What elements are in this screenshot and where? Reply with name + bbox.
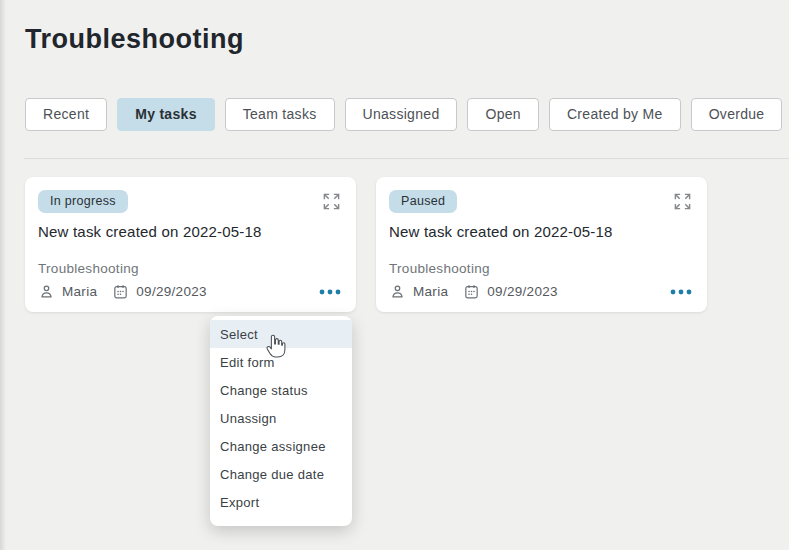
menu-item-select[interactable]: Select bbox=[210, 320, 352, 348]
task-card-2[interactable]: Paused New task created on 2022-05-18 Tr… bbox=[376, 177, 707, 312]
section-divider bbox=[24, 158, 789, 159]
task-card-1[interactable]: In progress New task created on 2022-05-… bbox=[25, 177, 356, 312]
filter-tab-bar: Recent My tasks Team tasks Unassigned Op… bbox=[25, 97, 775, 131]
tab-recent[interactable]: Recent bbox=[25, 98, 107, 131]
tab-unassigned[interactable]: Unassigned bbox=[345, 98, 458, 131]
assignee-name: Maria bbox=[413, 284, 448, 299]
task-card-list: In progress New task created on 2022-05-… bbox=[25, 177, 707, 312]
ellipsis-icon bbox=[670, 289, 692, 295]
due-date: 09/29/2023 bbox=[136, 284, 207, 299]
menu-item-change-assignee[interactable]: Change assignee bbox=[210, 432, 352, 460]
expand-icon[interactable] bbox=[673, 192, 692, 211]
tab-my-tasks[interactable]: My tasks bbox=[117, 98, 215, 131]
menu-item-export[interactable]: Export bbox=[210, 488, 352, 516]
card-menu-button[interactable] bbox=[668, 285, 694, 299]
card-menu-button[interactable] bbox=[317, 285, 343, 299]
tab-open[interactable]: Open bbox=[467, 98, 538, 131]
ellipsis-icon bbox=[319, 289, 341, 295]
person-icon bbox=[389, 283, 406, 300]
tab-created-by-me[interactable]: Created by Me bbox=[549, 98, 681, 131]
menu-item-unassign[interactable]: Unassign bbox=[210, 404, 352, 432]
page-title: Troubleshooting bbox=[25, 24, 244, 55]
menu-item-edit-form[interactable]: Edit form bbox=[210, 348, 352, 376]
calendar-icon bbox=[463, 283, 480, 300]
status-badge: In progress bbox=[38, 190, 128, 213]
expand-icon[interactable] bbox=[322, 192, 341, 211]
assignee-name: Maria bbox=[62, 284, 97, 299]
menu-item-change-status[interactable]: Change status bbox=[210, 376, 352, 404]
status-badge: Paused bbox=[389, 190, 457, 213]
menu-item-change-due-date[interactable]: Change due date bbox=[210, 460, 352, 488]
calendar-icon bbox=[112, 283, 129, 300]
person-icon bbox=[38, 283, 55, 300]
tab-team-tasks[interactable]: Team tasks bbox=[225, 98, 335, 131]
task-category: Troubleshooting bbox=[389, 261, 694, 276]
due-date: 09/29/2023 bbox=[487, 284, 558, 299]
task-title: New task created on 2022-05-18 bbox=[389, 223, 694, 240]
task-title: New task created on 2022-05-18 bbox=[38, 223, 343, 240]
window-edge bbox=[0, 0, 6, 550]
context-menu: Select Edit form Change status Unassign … bbox=[210, 316, 352, 526]
task-category: Troubleshooting bbox=[38, 261, 343, 276]
tab-overdue[interactable]: Overdue bbox=[691, 98, 783, 131]
